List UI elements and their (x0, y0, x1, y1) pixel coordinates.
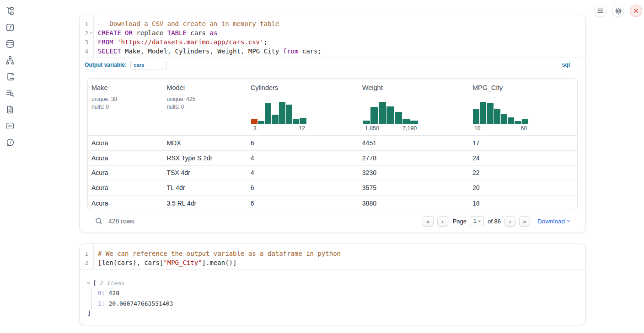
item-value: 20.060747663551403 (105, 300, 173, 307)
gear-icon (615, 7, 622, 15)
datasources-icon[interactable] (5, 39, 15, 49)
column-header-make[interactable]: Makeunique: 38nulls: 0 (88, 79, 163, 135)
axis-max-label: 60 (521, 125, 527, 132)
histogram-bar (272, 115, 278, 124)
table-cell[interactable]: MDX (163, 139, 247, 147)
table-cell[interactable]: Acura (88, 169, 163, 176)
histogram-bar (251, 119, 258, 124)
snippets-icon[interactable]: <> (5, 121, 15, 131)
sql-code-editor[interactable]: 1-- Download a CSV and create an in-memo… (80, 14, 585, 58)
table-header-row: Makeunique: 38nulls: 0Modelunique: 425nu… (88, 79, 577, 136)
file-explorer-icon[interactable] (5, 6, 15, 16)
column-header-mpg_city[interactable]: MPG_City1060 (469, 79, 577, 135)
first-page-button[interactable]: « (423, 216, 434, 227)
table-row[interactable]: Acura3.5 RL 4dr6388018 (88, 196, 577, 210)
column-header-model[interactable]: Modelunique: 425nulls: 0 (163, 79, 247, 135)
code-line[interactable]: 2CREATE OR replace TABLE cars as (80, 28, 585, 37)
logs-icon[interactable] (5, 88, 15, 98)
histogram-bar (379, 102, 386, 124)
sql-output-area: Makeunique: 38nulls: 0Modelunique: 425nu… (80, 72, 585, 232)
items-count-label: 2 Items (100, 280, 125, 286)
table-row[interactable]: AcuraMDX6445117 (88, 136, 577, 151)
search-button[interactable] (95, 217, 103, 225)
table-cell[interactable]: 2778 (359, 154, 469, 162)
table-cell[interactable]: 20 (469, 184, 577, 191)
table-cell[interactable]: RSX Type S 2dr (163, 154, 247, 162)
table-cell[interactable]: 6 (247, 139, 359, 147)
table-cell[interactable]: Acura (88, 200, 163, 207)
table-row[interactable]: AcuraTL 4dr6357520 (88, 180, 577, 196)
dependency-graph-icon[interactable] (5, 55, 15, 65)
table-cell[interactable]: 6 (247, 184, 359, 191)
table-cell[interactable]: 3575 (359, 184, 469, 191)
column-histogram: 1,8507,190 (363, 102, 418, 132)
axis-max-label: 7,190 (402, 125, 417, 132)
table-body: AcuraMDX6445117AcuraRSX Type S 2dr427782… (88, 136, 577, 210)
download-button[interactable]: Download (537, 218, 570, 225)
row-count-label: 428 rows (108, 217, 134, 225)
line-number: 4 (80, 48, 88, 55)
settings-button[interactable] (612, 5, 624, 17)
table-cell[interactable]: TL 4dr (163, 184, 247, 191)
table-cell[interactable]: 18 (469, 200, 577, 207)
histogram-bar (293, 119, 299, 124)
code-line[interactable]: 2[len(cars), cars["MPG_City"].mean()] (80, 258, 585, 267)
table-cell[interactable]: Acura (88, 154, 163, 162)
table-cell[interactable]: 3230 (359, 169, 469, 176)
table-cell[interactable]: 6 (247, 200, 359, 207)
item-index: 1: (98, 300, 105, 307)
column-histogram: 312 (251, 102, 306, 132)
axis-max-label: 12 (299, 125, 305, 132)
next-page-button[interactable]: › (504, 216, 515, 227)
column-header-weight[interactable]: Weight1,8507,190 (359, 79, 469, 135)
histogram-bar (370, 107, 378, 124)
table-cell[interactable]: 24 (469, 154, 577, 162)
python-cell: 1# We can reference the output variable … (79, 243, 586, 325)
table-cell[interactable]: 22 (469, 169, 577, 176)
axis-min-label: 1,850 (365, 125, 379, 132)
list-item: 1: 20.060747663551403 (98, 298, 585, 309)
table-row[interactable]: AcuraTSX 4dr4323022 (88, 166, 577, 181)
column-name: Make (91, 84, 159, 91)
menu-button[interactable] (594, 5, 606, 17)
svg-text:<>: <> (8, 124, 12, 128)
sql-cell: 1-- Download a CSV and create an in-memo… (79, 14, 586, 233)
page-select[interactable]: 1 (470, 217, 484, 226)
column-header-cylinders[interactable]: Cylinders312 (247, 79, 359, 135)
close-icon (633, 8, 639, 13)
code-line[interactable]: 4SELECT Make, Model, Cylinders, Weight, … (80, 47, 585, 56)
histogram-bar (522, 119, 528, 124)
table-cell[interactable]: TSX 4dr (163, 169, 247, 176)
histogram-bar (386, 106, 394, 124)
column-stats: unique: 38nulls: 0 (91, 95, 159, 111)
line-number: 1 (80, 250, 88, 257)
python-code-editor[interactable]: 1# We can reference the output variable … (80, 244, 585, 270)
table-cell[interactable]: 4451 (359, 139, 469, 147)
code-line[interactable]: 1-- Download a CSV and create an in-memo… (80, 19, 585, 28)
last-page-button[interactable]: » (519, 216, 530, 227)
output-variable-input[interactable] (130, 61, 167, 69)
fold-chevron-icon[interactable] (90, 31, 92, 34)
collapse-chevron-icon[interactable] (87, 280, 90, 284)
shutdown-button[interactable] (630, 5, 642, 17)
help-icon[interactable]: ? (5, 137, 15, 148)
variables-icon[interactable]: ƒ (5, 22, 15, 32)
column-name: Weight (362, 84, 465, 91)
svg-text:ƒ: ƒ (8, 24, 13, 31)
python-output-area: [ 2 Items 0: 4281: 20.060747663551403 ] (80, 270, 585, 318)
table-cell[interactable]: 3.5 RL 4dr (163, 200, 247, 207)
table-cell[interactable]: Acura (88, 139, 163, 147)
table-cell[interactable]: Acura (88, 184, 163, 191)
table-row[interactable]: AcuraRSX Type S 2dr4277824 (88, 151, 577, 166)
output-variable-row: Output variable: sql (80, 58, 585, 72)
scratchpad-icon[interactable] (5, 72, 15, 82)
documentation-icon[interactable] (5, 105, 15, 115)
table-cell[interactable]: 17 (469, 139, 577, 147)
code-line[interactable]: 3FROM 'https://datasets.marimo.app/cars.… (80, 37, 585, 47)
line-number: 2 (80, 30, 88, 37)
table-cell[interactable]: 4 (247, 169, 359, 176)
table-cell[interactable]: 3880 (359, 200, 469, 207)
prev-page-button[interactable]: ‹ (437, 216, 448, 227)
table-cell[interactable]: 4 (247, 154, 359, 162)
code-line[interactable]: 1# We can reference the output variable … (80, 249, 585, 258)
